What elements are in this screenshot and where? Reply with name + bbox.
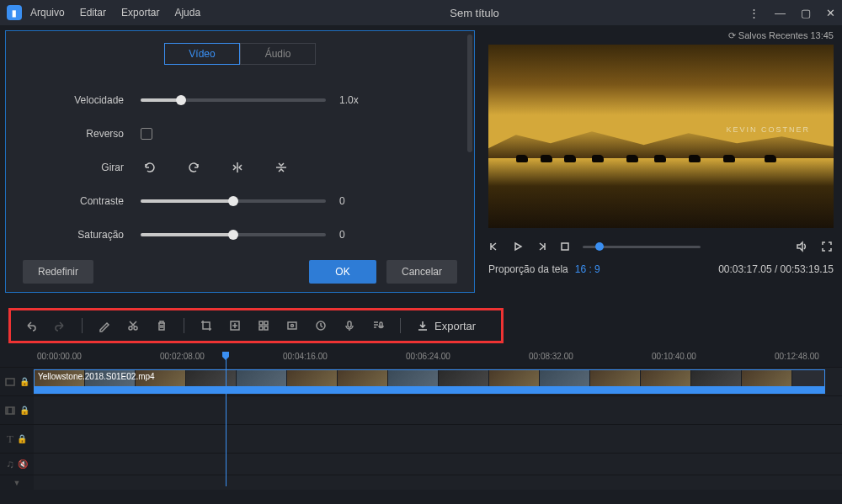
aspect-ratio-value[interactable]: 16 : 9: [575, 263, 600, 275]
ruler-mark: 00:12:48.00: [775, 352, 819, 361]
track-video2[interactable]: [34, 396, 842, 424]
contrast-value: 0: [339, 195, 390, 207]
minimize-icon[interactable]: —: [775, 7, 786, 19]
svg-rect-12: [380, 322, 382, 326]
svg-point-2: [134, 326, 137, 330]
speed-value: 1.0x: [339, 94, 390, 106]
svg-point-9: [291, 325, 294, 327]
rotate-cw-icon[interactable]: [184, 158, 203, 177]
svg-rect-7: [264, 326, 268, 330]
redo-icon[interactable]: [53, 319, 67, 332]
speed-label: Velocidade: [23, 94, 141, 106]
titlebar: ▮ Arquivo Editar Exportar Ajuda Sem títu…: [0, 0, 842, 25]
export-button[interactable]: Exportar: [416, 319, 476, 332]
grid-icon[interactable]: [257, 319, 270, 332]
main-menu: Arquivo Editar Exportar Ajuda: [30, 7, 200, 19]
close-icon[interactable]: ✕: [826, 7, 835, 19]
video-clip[interactable]: Yellowstone.2018.S01E02.mp4: [34, 369, 825, 394]
ruler-mark: 00:06:24.00: [406, 352, 450, 361]
prev-frame-icon[interactable]: [488, 241, 500, 252]
svg-rect-8: [288, 322, 296, 329]
track-head-video[interactable]: 🔒: [0, 376, 34, 388]
track-head-audio[interactable]: ♫🔇: [0, 458, 34, 470]
contrast-slider[interactable]: [141, 199, 326, 203]
ruler-mark: 00:08:32.00: [529, 352, 573, 361]
edit-icon[interactable]: [98, 319, 111, 332]
cut-icon[interactable]: [126, 319, 140, 332]
ruler-mark: 00:10:40.00: [652, 352, 696, 361]
time-display: 00:03:17.05 / 00:53:19.15: [718, 263, 834, 275]
fullscreen-icon[interactable]: [820, 240, 834, 253]
flip-horizontal-icon[interactable]: [228, 158, 247, 177]
reverse-checkbox[interactable]: [141, 128, 152, 140]
duration-icon[interactable]: [314, 319, 328, 332]
export-label: Exportar: [434, 320, 476, 332]
svg-rect-16: [6, 379, 14, 385]
svg-rect-0: [562, 243, 568, 250]
video-preview[interactable]: KEVIN COSTNER: [488, 45, 834, 228]
reverse-label: Reverso: [23, 128, 141, 140]
reset-button[interactable]: Redefinir: [23, 260, 93, 284]
panel-scrollbar[interactable]: [467, 34, 472, 152]
undo-icon[interactable]: [24, 319, 38, 332]
add-mosaic-icon[interactable]: [228, 319, 242, 332]
stop-icon[interactable]: [559, 241, 571, 252]
track-head-text[interactable]: T🔒: [0, 432, 34, 446]
track-audio[interactable]: [34, 454, 842, 475]
voice-icon[interactable]: [343, 319, 356, 332]
rotate-ccw-icon[interactable]: [141, 158, 159, 177]
aspect-ratio-label: Proporção da tela: [488, 263, 568, 275]
speed-slider[interactable]: [141, 98, 326, 102]
properties-panel: Vídeo Áudio Velocidade 1.0x Reverso Gira…: [5, 30, 475, 293]
track-head-video2[interactable]: 🔒: [0, 405, 34, 416]
menu-file[interactable]: Arquivo: [30, 7, 65, 19]
playhead[interactable]: [226, 352, 226, 486]
delete-icon[interactable]: [155, 319, 168, 332]
text-to-speech-icon[interactable]: [371, 319, 385, 332]
window-title: Sem título: [200, 7, 749, 19]
timeline-toolbar: Exportar: [8, 308, 504, 343]
next-frame-icon[interactable]: [536, 241, 547, 252]
saturation-label: Saturação: [23, 229, 141, 241]
menu-help[interactable]: Ajuda: [174, 7, 200, 19]
volume-slider[interactable]: [583, 246, 701, 248]
ruler-mark: 00:00:00.00: [37, 352, 82, 361]
volume-icon[interactable]: [795, 240, 808, 253]
crop-icon[interactable]: [200, 319, 213, 332]
rotate-label: Girar: [23, 162, 141, 173]
timeline-ruler[interactable]: 00:00:00.00 00:02:08.00 00:04:16.00 00:0…: [0, 348, 842, 367]
saturation-value: 0: [339, 229, 390, 241]
clip-name: Yellowstone.2018.S01E02.mp4: [38, 372, 155, 381]
menu-edit[interactable]: Editar: [80, 7, 106, 19]
svg-rect-4: [259, 321, 263, 325]
cancel-button[interactable]: Cancelar: [386, 260, 457, 284]
ok-button[interactable]: OK: [309, 260, 376, 284]
menu-export[interactable]: Exportar: [121, 7, 159, 19]
svg-rect-5: [264, 321, 268, 325]
tab-audio[interactable]: Áudio: [240, 43, 316, 65]
frame-icon[interactable]: [285, 319, 299, 332]
svg-rect-6: [259, 326, 263, 330]
saturation-slider[interactable]: [141, 233, 326, 236]
track-expand-icon[interactable]: ▼: [0, 479, 34, 487]
svg-point-1: [129, 326, 132, 330]
ruler-mark: 00:02:08.00: [160, 352, 205, 361]
timeline-tracks: 🔒 Yellowstone.2018.S01E02.mp4 🔒 T🔒 ♫🔇 ▼: [0, 367, 842, 490]
tab-video[interactable]: Vídeo: [164, 43, 240, 65]
app-logo: ▮: [7, 5, 22, 20]
maximize-icon[interactable]: ▢: [801, 7, 811, 19]
contrast-label: Contraste: [23, 195, 141, 207]
ruler-mark: 00:04:16.00: [283, 352, 328, 361]
track-text[interactable]: [34, 425, 842, 453]
preview-credit-text: KEVIN COSTNER: [726, 125, 810, 134]
flip-vertical-icon[interactable]: [272, 158, 290, 177]
play-icon[interactable]: [512, 241, 524, 252]
saved-status: ⟳ Salvos Recentes 13:45: [488, 30, 834, 41]
svg-rect-11: [348, 321, 351, 327]
more-icon[interactable]: ⋮: [749, 7, 759, 19]
